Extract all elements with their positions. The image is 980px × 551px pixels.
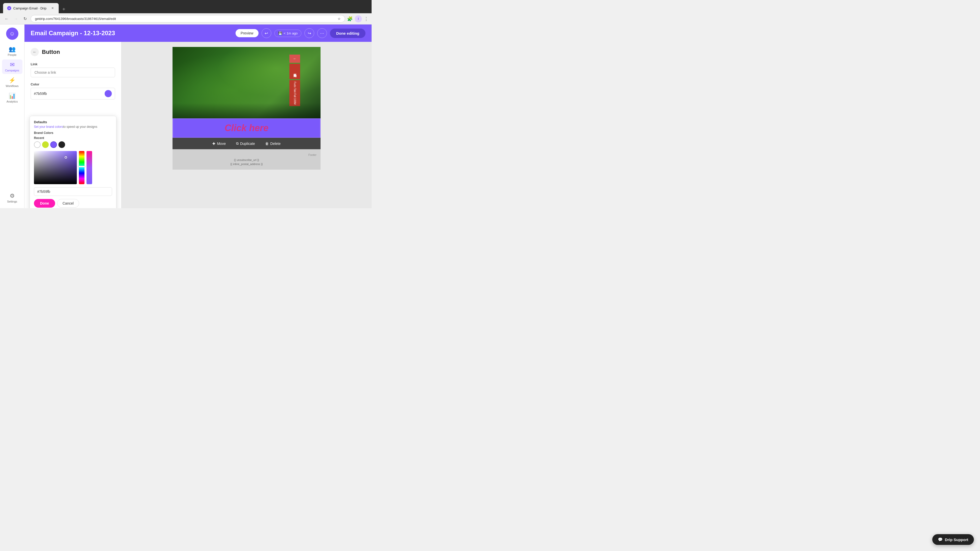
brand-colors-title: Brand Colors (34, 131, 112, 135)
sidebar-item-workflows[interactable]: ⚡ Workflows (2, 75, 22, 89)
swatch-purple[interactable] (50, 141, 57, 148)
hue-thumb[interactable] (78, 166, 85, 167)
sidebar-label-people: People (8, 53, 16, 56)
profile-button[interactable]: I (355, 15, 362, 22)
tab-favicon: ● (7, 6, 11, 10)
sidebar-label-campaigns: Campaigns (5, 69, 19, 72)
color-preview-circle (105, 90, 112, 97)
delete-button[interactable]: 🗑 Delete (263, 141, 283, 147)
more-options-icon[interactable]: ⋮ (364, 16, 369, 22)
settings-icon: ⚙ (10, 192, 15, 199)
more-options-button[interactable]: ⋯ (317, 28, 327, 38)
recent-swatches (34, 141, 112, 148)
delete-icon: 🗑 (265, 141, 269, 146)
recent-section: Recent (34, 136, 112, 148)
move-label: Move (217, 141, 226, 146)
duplicate-label: Duplicate (240, 141, 255, 146)
back-nav-button[interactable]: ← (3, 15, 10, 22)
opacity-slider[interactable] (86, 151, 92, 184)
sidebar-label-settings: Settings (7, 200, 18, 203)
sidebar-label-workflows: Workflows (6, 84, 19, 87)
email-click-button[interactable]: Click here (172, 118, 321, 138)
jp-sign-2: Fudo Taki Fall 100M (290, 80, 300, 106)
swatch-yellow-green[interactable] (42, 141, 49, 148)
tab-bar: ● Campaign Email · Drip ✕ + (3, 3, 68, 13)
email-image-area: ← 不動滝 Fudo Taki Fall 100M (172, 47, 321, 118)
save-status-button[interactable]: 💾 < 1m ago (274, 30, 302, 37)
picker-done-button[interactable]: Done (34, 199, 55, 208)
move-icon: ✚ (212, 141, 215, 146)
editor-area: ← Button Link Color #7b59fb Defaults (24, 42, 372, 208)
preview-button[interactable]: Preview (235, 29, 259, 37)
defaults-title: Defaults (34, 120, 112, 124)
link-label: Link (30, 62, 115, 66)
top-bar: Email Campaign - 12-13-2023 Preview ↩ 💾 … (24, 24, 372, 42)
browser-actions: 🧩 I ⋮ (347, 15, 369, 22)
forward-nav-button[interactable]: → (12, 15, 19, 22)
sidebar-item-analytics[interactable]: 📊 Analytics (2, 91, 22, 105)
analytics-icon: 📊 (9, 93, 16, 99)
hex-input-row[interactable]: #7b59fb (34, 187, 112, 196)
url-bar[interactable]: getdrip.com/7641396/broadcasts/318674615… (30, 15, 345, 22)
address-bar: ← → ↻ getdrip.com/7641396/broadcasts/318… (0, 13, 372, 24)
swatch-white[interactable] (34, 141, 41, 148)
gradient-thumb[interactable] (65, 156, 67, 159)
sidebar-item-campaigns[interactable]: ✉ Campaigns (2, 59, 22, 74)
color-input-row[interactable]: #7b59fb (30, 88, 115, 100)
color-label: Color (30, 83, 115, 86)
people-icon: 👥 (9, 46, 16, 52)
delete-label: Delete (270, 141, 280, 146)
workflows-icon: ⚡ (9, 77, 16, 84)
brand-desc-row: Set your brand colors to speed up your d… (34, 125, 112, 129)
app-layout: ☺ 👥 People ✉ Campaigns ⚡ Workflows 📊 Ana… (0, 24, 372, 208)
picker-buttons: Done Cancel (34, 199, 112, 208)
footer-area: Footer {{ unsubscribe_url }} {{ inline_p… (172, 149, 321, 170)
email-canvas: ← 不動滝 Fudo Taki Fall 100M Click here (121, 42, 372, 208)
color-section: Color #7b59fb (30, 83, 115, 100)
panel-title: Button (42, 49, 60, 56)
panel-header: ← Button (30, 48, 115, 56)
done-editing-button[interactable]: Done editing (330, 29, 366, 38)
sidebar-item-people[interactable]: 👥 People (2, 44, 22, 59)
brand-colors-section: Brand Colors (34, 131, 112, 135)
back-button[interactable]: ← (30, 48, 39, 56)
action-toolbar: ✚ Move ⧉ Duplicate 🗑 Delete (172, 138, 321, 149)
sidebar-logo[interactable]: ☺ (6, 27, 18, 40)
campaign-title: Email Campaign - 12-13-2023 (30, 30, 232, 37)
active-tab[interactable]: ● Campaign Email · Drip ✕ (3, 3, 59, 13)
refresh-button[interactable]: ↻ (21, 15, 29, 22)
duplicate-button[interactable]: ⧉ Duplicate (234, 140, 257, 147)
tab-close-icon[interactable]: ✕ (51, 6, 55, 10)
arrow-sign: ← (290, 55, 300, 63)
gradient-square[interactable] (34, 151, 77, 184)
duplicate-icon: ⧉ (236, 141, 239, 146)
defaults-section: Defaults Set your brand colors to speed … (34, 120, 112, 129)
browser-chrome: ● Campaign Email · Drip ✕ + (0, 0, 372, 13)
recent-title: Recent (34, 136, 112, 140)
template-var2: {{ inline_postal_address }} (177, 162, 317, 165)
gradient-picker-area (34, 151, 112, 184)
jp-sign-1: 不動滝 (290, 64, 300, 79)
move-button[interactable]: ✚ Move (210, 141, 228, 147)
sidebar-item-settings[interactable]: ⚙ Settings (2, 191, 22, 205)
link-input[interactable] (30, 68, 115, 77)
extensions-icon[interactable]: 🧩 (347, 16, 353, 22)
hue-slider[interactable] (79, 151, 84, 184)
save-icon: 💾 (278, 32, 282, 35)
brand-colors-link[interactable]: Set your brand colors (34, 125, 63, 129)
url-text: getdrip.com/7641396/broadcasts/318674615… (35, 17, 116, 21)
picker-cancel-button[interactable]: Cancel (57, 199, 79, 208)
main-content: Email Campaign - 12-13-2023 Preview ↩ 💾 … (24, 24, 372, 208)
undo-button[interactable]: ↩ (262, 28, 271, 38)
redo-button[interactable]: ↪ (304, 28, 314, 38)
template-var1: {{ unsubscribe_url }} (177, 159, 317, 162)
sidebar-label-analytics: Analytics (6, 100, 18, 103)
swatch-black[interactable] (59, 141, 65, 148)
footer-label: Footer (177, 153, 317, 156)
campaigns-icon: ✉ (10, 62, 14, 68)
color-picker-popup: Defaults Set your brand colors to speed … (30, 116, 116, 208)
new-tab-button[interactable]: + (60, 5, 68, 13)
sidebar: ☺ 👥 People ✉ Campaigns ⚡ Workflows 📊 Ana… (0, 24, 24, 208)
star-icon[interactable]: ☆ (338, 17, 341, 21)
save-time: < 1m ago (284, 32, 298, 35)
